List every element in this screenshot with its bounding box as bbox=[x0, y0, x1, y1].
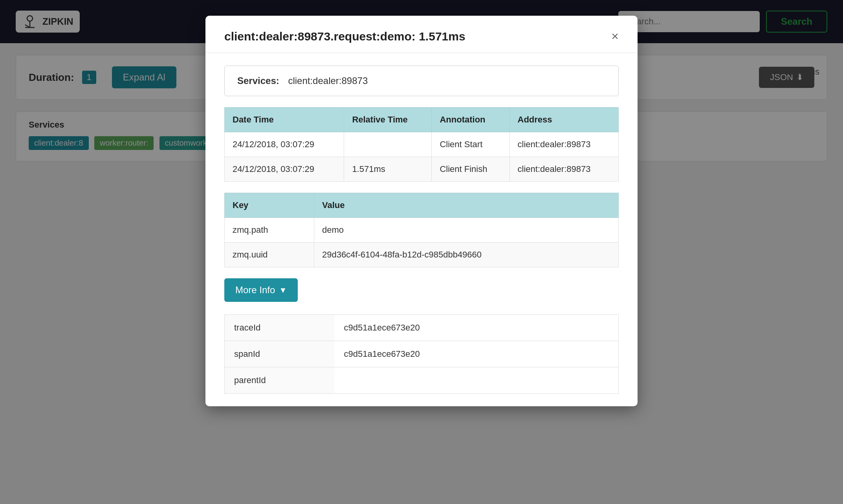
table-row: zmq.uuid 29d36c4f-6104-48fa-b12d-c985dbb… bbox=[225, 243, 619, 267]
kv-key-2: zmq.uuid bbox=[225, 243, 314, 267]
modal-title: client:dealer:89873.request:demo: 1.571m… bbox=[224, 30, 465, 43]
table-row: spanId c9d51a1ece673e20 bbox=[225, 341, 619, 367]
col-datetime: Date Time bbox=[225, 108, 344, 132]
table-row: zmq.path demo bbox=[225, 218, 619, 243]
table-row: 24/12/2018, 03:07:29 Client Start client… bbox=[225, 132, 619, 157]
col-value: Value bbox=[314, 193, 618, 218]
annotations-table: Date Time Relative Time Annotation Addre… bbox=[224, 107, 619, 182]
col-key: Key bbox=[225, 193, 314, 218]
extra-value-1: c9d51a1ece673e20 bbox=[335, 315, 619, 341]
extra-info-table: traceId c9d51a1ece673e20 spanId c9d51a1e… bbox=[224, 314, 619, 394]
kv-value-1: demo bbox=[314, 218, 618, 243]
services-info-value: client:dealer:89873 bbox=[288, 75, 368, 86]
more-info-button[interactable]: More Info ▼ bbox=[224, 278, 298, 302]
modal: client:dealer:89873.request:demo: 1.571m… bbox=[205, 16, 638, 406]
modal-overlay: client:dealer:89873.request:demo: 1.571m… bbox=[0, 0, 843, 504]
kv-header-row: Key Value bbox=[225, 193, 619, 218]
annotation-relative-1 bbox=[344, 132, 432, 157]
extra-value-2: c9d51a1ece673e20 bbox=[335, 341, 619, 367]
annotation-type-1: Client Start bbox=[432, 132, 509, 157]
chevron-down-icon: ▼ bbox=[279, 286, 287, 295]
kv-key-1: zmq.path bbox=[225, 218, 314, 243]
annotation-datetime-1: 24/12/2018, 03:07:29 bbox=[225, 132, 344, 157]
col-annotation: Annotation bbox=[432, 108, 509, 132]
annotation-address-1: client:dealer:89873 bbox=[509, 132, 618, 157]
table-row: parentId bbox=[225, 367, 619, 394]
kv-value-2: 29d36c4f-6104-48fa-b12d-c985dbb49660 bbox=[314, 243, 618, 267]
table-row: 24/12/2018, 03:07:29 1.571ms Client Fini… bbox=[225, 157, 619, 182]
services-info-box: Services: client:dealer:89873 bbox=[224, 66, 619, 96]
annotations-header-row: Date Time Relative Time Annotation Addre… bbox=[225, 108, 619, 132]
annotation-type-2: Client Finish bbox=[432, 157, 509, 182]
extra-key-3: parentId bbox=[225, 367, 335, 394]
col-relative-time: Relative Time bbox=[344, 108, 432, 132]
modal-header: client:dealer:89873.request:demo: 1.571m… bbox=[205, 16, 638, 53]
modal-body: Services: client:dealer:89873 Date Time … bbox=[205, 53, 638, 406]
annotation-datetime-2: 24/12/2018, 03:07:29 bbox=[225, 157, 344, 182]
extra-value-3 bbox=[335, 367, 619, 394]
col-address: Address bbox=[509, 108, 618, 132]
kv-table: Key Value zmq.path demo zmq.uuid 29d36c4… bbox=[224, 193, 619, 267]
extra-key-2: spanId bbox=[225, 341, 335, 367]
more-info-label: More Info bbox=[235, 285, 275, 296]
annotation-relative-2: 1.571ms bbox=[344, 157, 432, 182]
table-row: traceId c9d51a1ece673e20 bbox=[225, 315, 619, 341]
annotation-address-2: client:dealer:89873 bbox=[509, 157, 618, 182]
extra-key-1: traceId bbox=[225, 315, 335, 341]
modal-close-button[interactable]: × bbox=[611, 30, 619, 42]
services-info-label: Services: bbox=[237, 75, 279, 86]
